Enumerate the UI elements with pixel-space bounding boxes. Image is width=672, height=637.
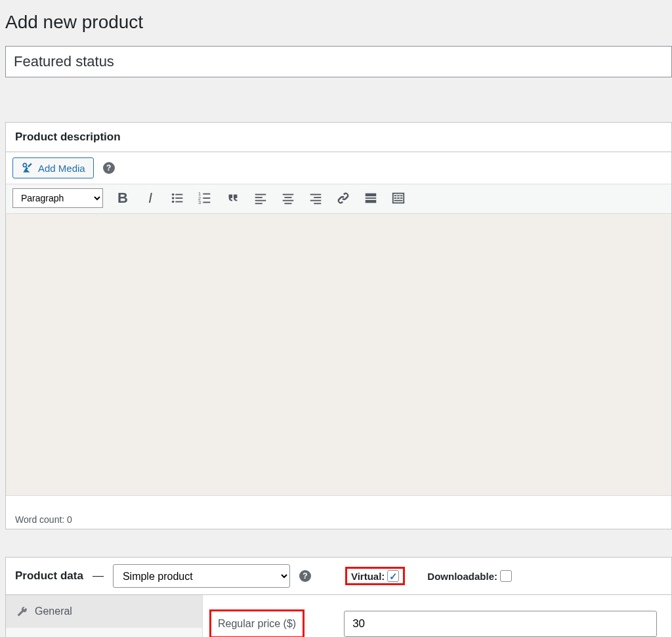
svg-rect-12 — [203, 202, 210, 203]
svg-rect-26 — [366, 197, 377, 199]
blockquote-button[interactable] — [225, 190, 241, 206]
downloadable-flag: Downloadable: — [427, 570, 512, 582]
virtual-label: Virtual: — [351, 571, 385, 582]
paragraph-format-select[interactable]: Paragraph — [12, 188, 103, 208]
svg-text:3: 3 — [198, 199, 201, 205]
svg-rect-22 — [314, 197, 321, 198]
svg-rect-17 — [283, 194, 294, 195]
svg-rect-27 — [366, 200, 377, 203]
svg-rect-13 — [255, 194, 266, 195]
svg-point-1 — [172, 194, 175, 196]
align-center-button[interactable] — [280, 190, 296, 206]
numbered-list-button[interactable]: 123 — [198, 190, 213, 206]
svg-point-0 — [23, 163, 26, 167]
svg-rect-32 — [394, 197, 397, 199]
svg-rect-31 — [400, 195, 403, 196]
product-type-help-icon[interactable]: ? — [299, 570, 311, 582]
product-title-input[interactable] — [5, 46, 672, 77]
product-data-panel: Product data — Simple product ? Virtual:… — [5, 557, 672, 637]
svg-rect-35 — [394, 200, 403, 201]
regular-price-input[interactable] — [344, 611, 657, 637]
svg-rect-25 — [366, 194, 377, 197]
svg-rect-2 — [175, 194, 182, 195]
product-description-panel: Product description Add Media ? Paragrap… — [5, 122, 672, 529]
svg-rect-16 — [255, 203, 262, 204]
product-type-select[interactable]: Simple product — [113, 564, 290, 588]
general-tab-fields: Regular price ($) — [203, 595, 671, 637]
product-description-heading: Product description — [6, 123, 671, 152]
italic-button[interactable]: I — [142, 190, 158, 206]
read-more-button[interactable] — [363, 190, 379, 206]
svg-point-5 — [172, 201, 175, 203]
svg-rect-24 — [314, 203, 321, 204]
virtual-checkbox[interactable] — [387, 570, 399, 582]
svg-rect-20 — [285, 203, 292, 204]
product-data-label: Product data — [15, 569, 83, 583]
svg-rect-21 — [310, 194, 322, 195]
svg-rect-8 — [203, 194, 210, 195]
toolbar-toggle-button[interactable] — [390, 190, 406, 206]
align-right-button[interactable] — [308, 190, 324, 206]
svg-rect-4 — [175, 197, 182, 199]
link-button[interactable] — [335, 190, 351, 206]
product-data-tabs: General — [6, 595, 203, 637]
svg-rect-33 — [397, 197, 400, 199]
wrench-icon — [16, 606, 28, 617]
svg-rect-10 — [203, 197, 210, 199]
dash-separator: — — [93, 569, 104, 583]
media-icon — [21, 161, 34, 175]
product-data-heading: Product data — Simple product ? Virtual:… — [6, 558, 671, 595]
svg-rect-19 — [283, 200, 294, 201]
tab-general-label: General — [35, 606, 72, 617]
downloadable-label: Downloadable: — [427, 571, 497, 582]
bold-button[interactable]: B — [115, 190, 131, 206]
svg-point-3 — [172, 197, 175, 199]
svg-rect-29 — [394, 195, 397, 196]
downloadable-checkbox[interactable] — [500, 570, 512, 582]
editor-toolbar: Paragraph B I 123 — [6, 184, 671, 214]
editor-gap — [6, 496, 671, 510]
add-media-label: Add Media — [38, 163, 85, 174]
description-editor[interactable] — [6, 214, 671, 496]
page-heading: Add new product — [0, 0, 672, 46]
svg-rect-23 — [310, 200, 322, 201]
virtual-flag-highlight: Virtual: — [345, 567, 405, 585]
svg-rect-14 — [255, 197, 262, 198]
svg-rect-34 — [400, 197, 403, 199]
tab-general[interactable]: General — [6, 595, 202, 628]
regular-price-label: Regular price ($) — [209, 609, 304, 637]
svg-rect-15 — [255, 200, 266, 201]
add-media-button[interactable]: Add Media — [12, 157, 94, 178]
word-count-label: Word count: 0 — [6, 510, 671, 529]
bullet-list-button[interactable] — [170, 190, 186, 206]
svg-rect-30 — [397, 195, 400, 196]
align-left-button[interactable] — [253, 190, 268, 206]
svg-rect-6 — [175, 201, 182, 203]
svg-rect-18 — [285, 197, 292, 198]
help-icon[interactable]: ? — [103, 162, 115, 174]
